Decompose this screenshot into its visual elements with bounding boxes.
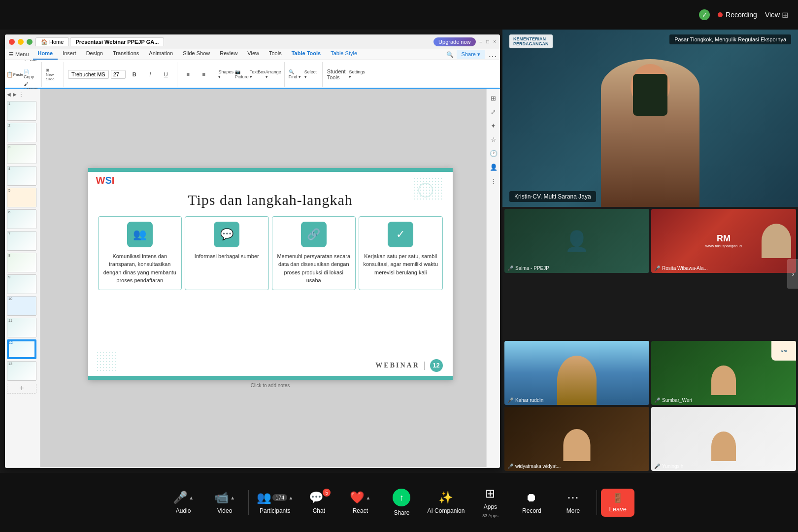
speaker-title-card: Pasar Tiongkok, Mengulik Regulasi Ekspor… [669, 34, 791, 44]
ppt-statusbar: Slide 12 / 16 Office Theme Notes 💬 Comme… [5, 467, 500, 468]
paste-btn[interactable]: 📋Paste [8, 67, 22, 81]
picture-btn[interactable]: 📷 Picture [235, 67, 249, 81]
ai-companion-button[interactable]: ✨ AI Companion [423, 483, 468, 522]
bold-btn[interactable]: B [128, 67, 141, 81]
apps-button[interactable]: ⊞ Apps 83 Apps [470, 483, 510, 522]
thumb-sumbar-bg: RM [651, 341, 796, 405]
video-button[interactable]: 📹 ▲ Video [205, 483, 244, 522]
slide-thumb-4[interactable]: 4 [7, 166, 36, 186]
audio-button[interactable]: 🎤 ▲ Audio [164, 483, 203, 522]
close-btn[interactable] [9, 39, 15, 45]
slide-main-area: ⊞ ⤢ ✦ ☆ 🕐 👤 ⋮ WSI Tips dan [40, 89, 500, 467]
ribbon-tab-transitions[interactable]: Transitions [108, 49, 144, 60]
slide-thumb-1[interactable]: 1 [7, 101, 36, 121]
student-tools-btn[interactable]: Student Tools [330, 67, 343, 81]
share-button[interactable]: ↑ Share [382, 483, 421, 522]
ribbon-tab-review[interactable]: Review [215, 49, 242, 60]
record-icon: ⏺ [526, 491, 537, 504]
slide-panel[interactable]: ◀ ▶ ⋮ 1 2 3 4 5 [5, 89, 40, 467]
slide-thumb-6[interactable]: 6 [7, 209, 36, 229]
ribbon-more-icon[interactable]: … [488, 49, 497, 60]
font-group: Trebuchet MS 27 B I U [68, 62, 177, 87]
slide-thumb-12[interactable]: 12 [7, 339, 36, 359]
new-slide-btn[interactable]: ⊞New Slide [46, 67, 60, 81]
react-button[interactable]: ❤️ ▲ React [340, 483, 380, 522]
ribbon-tools: 📋Paste ✂ Cut 📄 Copy 🖌 Format Painter ⊞Ne… [5, 60, 500, 89]
copy-btn[interactable]: 📄 Copy [24, 67, 37, 81]
record-button[interactable]: ⏺ Record [512, 483, 551, 522]
ai-companion-label: AI Companion [427, 507, 465, 514]
sumbar-person [711, 366, 736, 395]
ribbon-tab-tools[interactable]: Tools [264, 49, 287, 60]
design-ideas-icon[interactable]: ✦ [488, 120, 499, 131]
thumb-name-yuningsih: 🎤 Yuningsih [654, 464, 683, 469]
ribbon-tab-view[interactable]: View [242, 49, 264, 60]
history-icon[interactable]: 🕐 [488, 148, 499, 159]
ribbon-tab-insert[interactable]: Insert [58, 49, 81, 60]
format-painter-btn[interactable]: 🖌 Format Painter [24, 82, 37, 89]
slide-thumb-13[interactable]: 13 [7, 361, 36, 381]
participants-button[interactable]: 👥 174 ▲ Participants [253, 483, 297, 522]
ppt-ribbon: ☰ Menu Home Insert Design Transitions An… [5, 49, 500, 89]
search-icon[interactable]: 🔍 [446, 51, 454, 58]
record-label: Record [522, 507, 541, 514]
thumb-name-widyatmaka: 🎤 widyatmaka widyat... [507, 464, 561, 469]
slide-card-4: ✓ Kerjakan satu per satu, sambil konsult… [359, 216, 443, 290]
share-icon-wrap: ↑ [393, 489, 410, 506]
upgrade-button[interactable]: Upgrade now [433, 37, 475, 46]
font-selector[interactable]: Trebuchet MS [68, 70, 109, 79]
view-button[interactable]: View ⊞ [765, 10, 788, 20]
ribbon-tab-tabletools[interactable]: Table Tools [287, 49, 326, 60]
thumb-rosita-bg: RM www.tanuspangan.id [651, 209, 796, 273]
maximize-btn[interactable] [27, 39, 33, 45]
ribbon-tab-tablestyle[interactable]: Table Style [326, 49, 362, 60]
chat-button[interactable]: 💬 5 ▲ Chat [299, 483, 338, 522]
settings-btn[interactable]: Settings ▾ [350, 67, 364, 81]
slide-thumb-3[interactable]: 3 [7, 144, 36, 164]
more-button[interactable]: ⋯ More [553, 483, 593, 522]
gallery-next-btn[interactable]: › [787, 259, 798, 289]
speaker-body [601, 59, 699, 207]
ribbon-tab-home[interactable]: Home [33, 49, 58, 60]
student-tools-group: Student Tools [327, 67, 346, 81]
fit-page-icon[interactable]: ⤢ [488, 106, 499, 117]
thumb-sumbar: RM 🎤 Sumbar_Weri [651, 341, 796, 405]
slide-thumb-2[interactable]: 2 [7, 123, 36, 142]
slide-thumb-10[interactable]: 10 [7, 296, 36, 316]
slide-thumb-9[interactable]: 9 [7, 274, 36, 294]
minimize-btn[interactable] [18, 39, 24, 45]
react-chevron-icon: ▲ [366, 495, 370, 500]
user-icon[interactable]: 👤 [488, 162, 499, 172]
slide-card-1: 👥 Komunikasi intens dan transparan, kons… [98, 216, 182, 290]
align-left-btn[interactable]: ≡ [181, 67, 195, 81]
audio-label: Audio [176, 507, 191, 514]
textbox-btn[interactable]: TextBox ▾ [251, 67, 265, 81]
more-tools-icon[interactable]: ⋮ [488, 175, 499, 186]
ribbon-tab-slideshow[interactable]: Slide Show [178, 49, 215, 60]
ribbon-tab-design[interactable]: Design [81, 49, 108, 60]
find-btn[interactable]: 🔍 Find ▾ [289, 67, 302, 81]
slide-thumb-5[interactable]: 5 [7, 188, 36, 207]
widyatmaka-person [564, 429, 591, 461]
slide-thumb-8[interactable]: 8 [7, 253, 36, 272]
shapes-btn[interactable]: Shapes ▾ [219, 67, 233, 81]
leave-button[interactable]: 🚪 Leave [601, 489, 634, 517]
thumb-salma: 👤 🎤 Salma - PPEJP [504, 209, 649, 273]
cut-btn[interactable]: ✂ Cut [24, 60, 37, 66]
select-btn[interactable]: Select ▾ [304, 67, 318, 81]
slide-card-2: 💬 Informasi berbagai sumber [185, 216, 269, 290]
underline-btn[interactable]: U [159, 67, 173, 81]
ppt-titlebar: 🏠 Home Presentasi Webinar PPEJP GA... Up… [5, 34, 500, 49]
favorites-icon[interactable]: ☆ [488, 134, 499, 145]
slide-thumb-11[interactable]: 11 [7, 318, 36, 337]
font-size-selector[interactable]: 27 [111, 70, 126, 79]
slide-thumb-7[interactable]: 7 [7, 231, 36, 251]
home-tab-icon[interactable]: 🏠 Home [35, 37, 69, 46]
arrange-btn[interactable]: Arrange ▾ [266, 67, 280, 81]
add-slide-btn[interactable]: + [7, 383, 36, 394]
ribbon-tab-animation[interactable]: Animation [144, 49, 178, 60]
share-button[interactable]: Share ▾ [457, 50, 485, 59]
view-toggle-icon[interactable]: ⊞ [488, 93, 499, 103]
align-center-btn[interactable]: ≡ [197, 67, 211, 81]
italic-btn[interactable]: I [143, 67, 157, 81]
